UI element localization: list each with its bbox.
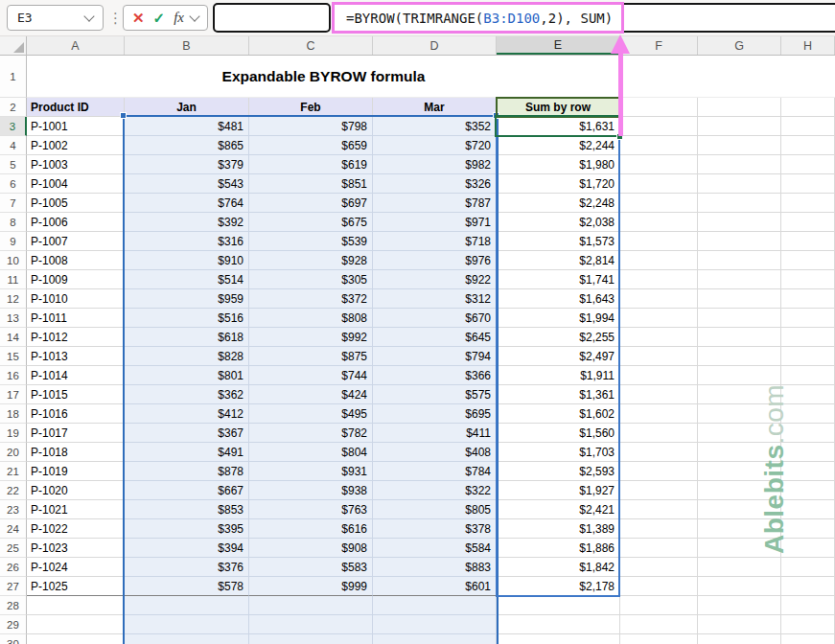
cell-F21[interactable] xyxy=(620,462,698,481)
cell-E18[interactable]: $1,602 xyxy=(497,404,620,424)
cell-E29[interactable] xyxy=(497,615,620,634)
cell-D5[interactable]: $982 xyxy=(373,155,497,174)
row-header-2[interactable]: 2 xyxy=(0,98,27,117)
cell-E28[interactable] xyxy=(497,596,620,615)
cell-F14[interactable] xyxy=(620,328,698,347)
cell-H12[interactable] xyxy=(781,289,835,309)
row-header-25[interactable]: 25 xyxy=(0,539,27,558)
cell-A3[interactable]: P-1001 xyxy=(27,117,125,136)
row-header-21[interactable]: 21 xyxy=(0,462,27,481)
cell-D24[interactable]: $378 xyxy=(373,519,497,539)
cell-C10[interactable]: $928 xyxy=(249,251,373,270)
cell-F8[interactable] xyxy=(620,213,698,232)
cell-F10[interactable] xyxy=(620,251,698,270)
cell-F3[interactable] xyxy=(620,117,698,136)
cell-B29[interactable] xyxy=(125,615,249,634)
cell-H27[interactable] xyxy=(781,577,835,596)
cell-D19[interactable]: $411 xyxy=(373,424,497,443)
cell-F17[interactable] xyxy=(620,385,698,404)
name-box[interactable]: E3 xyxy=(7,5,104,31)
column-header-F[interactable]: F xyxy=(620,36,698,55)
cell-B26[interactable]: $376 xyxy=(125,558,249,577)
cell-F2[interactable] xyxy=(620,98,698,117)
cell-F19[interactable] xyxy=(620,424,698,443)
cell-A27[interactable]: P-1025 xyxy=(27,577,125,596)
cell-B9[interactable]: $316 xyxy=(125,232,249,251)
row-header-17[interactable]: 17 xyxy=(0,385,27,404)
cell-H5[interactable] xyxy=(781,155,835,174)
select-all-button[interactable] xyxy=(0,36,27,55)
cell-E4[interactable]: $2,244 xyxy=(497,136,620,155)
column-header-A[interactable]: A xyxy=(27,36,125,55)
cell-D18[interactable]: $695 xyxy=(373,404,497,424)
cell-H3[interactable] xyxy=(781,117,835,136)
cell-B19[interactable]: $367 xyxy=(125,424,249,443)
cell-A12[interactable]: P-1010 xyxy=(27,289,125,309)
cell-B21[interactable]: $878 xyxy=(125,462,249,481)
cell-E8[interactable]: $2,038 xyxy=(497,213,620,232)
cell-D27[interactable]: $601 xyxy=(373,577,497,596)
cell-H16[interactable] xyxy=(781,366,835,385)
cell-C8[interactable]: $675 xyxy=(249,213,373,232)
row-header-1[interactable]: 1 xyxy=(0,56,27,98)
cell-B25[interactable]: $394 xyxy=(125,539,249,558)
row-header-12[interactable]: 12 xyxy=(0,289,27,309)
cell-D12[interactable]: $312 xyxy=(373,289,497,309)
title-row-band[interactable] xyxy=(27,56,835,98)
chevron-down-icon[interactable] xyxy=(189,11,199,21)
cell-H7[interactable] xyxy=(781,194,835,213)
cell-F4[interactable] xyxy=(620,136,698,155)
cell-B2[interactable]: Jan xyxy=(125,98,249,117)
row-header-30[interactable]: 30 xyxy=(0,634,27,644)
cell-H29[interactable] xyxy=(781,615,835,634)
cell-C15[interactable]: $875 xyxy=(249,347,373,366)
cell-E19[interactable]: $1,560 xyxy=(497,424,620,443)
cell-D26[interactable]: $883 xyxy=(373,558,497,577)
cell-D22[interactable]: $322 xyxy=(373,481,497,500)
cell-F12[interactable] xyxy=(620,289,698,309)
row-header-18[interactable]: 18 xyxy=(0,404,27,424)
cell-G9[interactable] xyxy=(698,232,781,251)
cell-F16[interactable] xyxy=(620,366,698,385)
row-header-26[interactable]: 26 xyxy=(0,558,27,577)
cell-C13[interactable]: $808 xyxy=(249,309,373,328)
row-header-3[interactable]: 3 xyxy=(0,117,27,136)
cell-B27[interactable]: $578 xyxy=(125,577,249,596)
cell-A25[interactable]: P-1023 xyxy=(27,539,125,558)
cell-A4[interactable]: P-1002 xyxy=(27,136,125,155)
cell-G29[interactable] xyxy=(698,615,781,634)
cell-F22[interactable] xyxy=(620,481,698,500)
cell-C14[interactable]: $992 xyxy=(249,328,373,347)
cell-H4[interactable] xyxy=(781,136,835,155)
cell-F18[interactable] xyxy=(620,404,698,424)
cell-F27[interactable] xyxy=(620,577,698,596)
cell-F20[interactable] xyxy=(620,443,698,462)
cell-C28[interactable] xyxy=(249,596,373,615)
row-header-29[interactable]: 29 xyxy=(0,615,27,634)
column-header-D[interactable]: D xyxy=(373,36,497,55)
cell-G4[interactable] xyxy=(698,136,781,155)
cell-B3[interactable]: $481 xyxy=(125,117,249,136)
cell-E9[interactable]: $1,573 xyxy=(497,232,620,251)
cell-A20[interactable]: P-1018 xyxy=(27,443,125,462)
cell-D2[interactable]: Mar xyxy=(373,98,497,117)
cell-B13[interactable]: $516 xyxy=(125,309,249,328)
cell-C26[interactable]: $583 xyxy=(249,558,373,577)
cell-C7[interactable]: $697 xyxy=(249,194,373,213)
row-header-16[interactable]: 16 xyxy=(0,366,27,385)
cell-E30[interactable] xyxy=(497,634,620,644)
cell-B6[interactable]: $543 xyxy=(125,174,249,194)
cell-D14[interactable]: $645 xyxy=(373,328,497,347)
cell-C18[interactable]: $495 xyxy=(249,404,373,424)
row-header-28[interactable]: 28 xyxy=(0,596,27,615)
cell-G12[interactable] xyxy=(698,289,781,309)
cell-B30[interactable] xyxy=(125,634,249,644)
cell-B28[interactable] xyxy=(125,596,249,615)
cell-A9[interactable]: P-1007 xyxy=(27,232,125,251)
cell-A17[interactable]: P-1015 xyxy=(27,385,125,404)
cell-B5[interactable]: $379 xyxy=(125,155,249,174)
cell-B7[interactable]: $764 xyxy=(125,194,249,213)
cell-H26[interactable] xyxy=(781,558,835,577)
cell-H14[interactable] xyxy=(781,328,835,347)
cell-F9[interactable] xyxy=(620,232,698,251)
